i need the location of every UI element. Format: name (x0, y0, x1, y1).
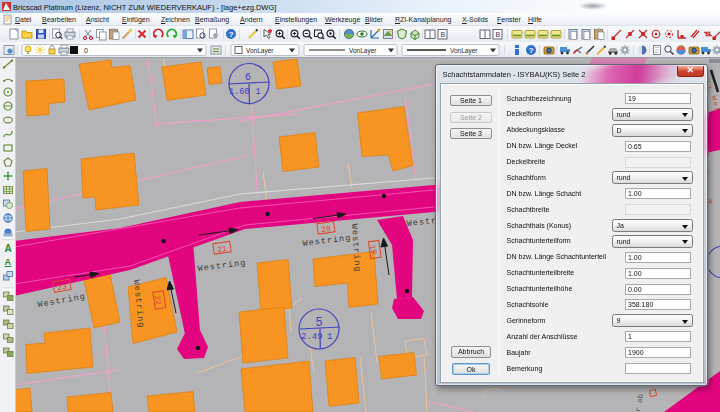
svg-text:0: 0 (84, 47, 88, 54)
svg-text:5: 5 (316, 316, 323, 330)
svg-text:VonLayer: VonLayer (450, 47, 478, 55)
svg-text:VonLayer: VonLayer (246, 47, 274, 55)
svg-text:B: B (496, 31, 501, 38)
svg-text:23: 23 (56, 282, 67, 293)
svg-text:A: A (5, 257, 12, 267)
svg-text:19: 19 (368, 244, 378, 255)
svg-text:B: B (441, 31, 446, 38)
svg-text:2.49: 2.49 (301, 332, 323, 342)
svg-text:1: 1 (256, 87, 261, 97)
svg-text:1.60: 1.60 (229, 87, 249, 97)
svg-text:22: 22 (153, 295, 163, 306)
svg-text:20: 20 (321, 224, 332, 234)
svg-text:VonLayer: VonLayer (349, 47, 377, 55)
svg-text:?: ? (229, 30, 234, 39)
svg-text:6: 6 (245, 72, 251, 83)
svg-text:A: A (5, 243, 12, 254)
svg-text:1: 1 (327, 332, 332, 342)
svg-text:21: 21 (217, 244, 228, 254)
svg-text:?: ? (529, 46, 534, 55)
